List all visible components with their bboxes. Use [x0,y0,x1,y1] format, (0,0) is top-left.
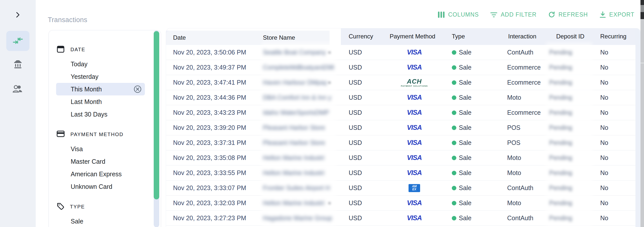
visa-logo: VISA [407,124,422,132]
cell-type: Sale [452,135,471,150]
cell-type-label: Sale [459,169,471,177]
cell-recurring: No [600,150,608,165]
cell-type-label: Sale [459,199,471,207]
column-header-payment-method[interactable]: Payment Method [390,33,435,40]
cell-type-label: Sale [459,49,471,56]
cell-payment-method: VISA [385,90,443,105]
clear-filter-icon[interactable] [133,85,142,93]
filter-item-label: Sale [71,218,83,225]
sidebar-expand-button[interactable] [0,8,36,23]
cell-recurring: No [600,196,608,210]
cell-recurring: No [600,165,608,180]
filter-section-label: DATE [70,47,85,52]
table-row[interactable]: Nov 20, 2023, 3:43:23 PMIdaho WaterSport… [166,105,635,120]
table-body: Nov 20, 2023, 3:50:06 PMSeattle Boat Com… [166,45,635,226]
cell-payment-method: VISA [385,135,443,150]
filter-item-last-month[interactable]: Last Month [56,95,145,108]
cell-payment-method: VISA [385,150,443,165]
sidebar-item-transactions[interactable] [6,31,29,51]
visa-logo: VISA [407,214,422,222]
cell-type: Sale [452,150,471,165]
filter-section-date: DATETodayYesterdayThis MonthLast MonthLa… [49,45,161,121]
columns-button-label: COLUMNS [448,11,479,18]
filter-item-today[interactable]: Today [56,58,145,70]
table-row[interactable]: Nov 20, 2023, 3:33:07 PMFrontier Suites … [166,181,635,196]
filter-scrollbar-track[interactable] [154,30,159,227]
add-filter-icon [490,11,497,18]
cell-currency: USD [349,45,362,60]
page-scrollbar-dark-segment [640,12,644,19]
cell-date: Nov 20, 2023, 3:43:23 PM [173,105,246,120]
filter-item-american-express[interactable]: American Express [56,168,145,180]
visa-logo: VISA [407,94,422,101]
filter-item-yesterday[interactable]: Yesterday [56,70,145,83]
sale-status-dot [452,110,456,115]
table-row[interactable]: Nov 20, 2023, 3:49:37 PMCompleteMdBoatya… [166,60,635,75]
column-header-deposit-id[interactable]: Deposit ID [556,33,584,40]
cell-currency: USD [349,75,362,90]
table-row[interactable]: Nov 20, 2023, 3:35:08 PMHelton Marine In… [166,150,635,165]
cell-store-name: Seattle Boat Company [263,45,331,60]
cell-recurring: No [600,120,608,135]
calendar-icon [56,45,65,54]
store-flag-icon: ▪ [329,75,332,90]
columns-button[interactable]: COLUMNS [438,11,479,18]
table-row[interactable]: Nov 20, 2023, 3:39:20 PMPleasant Harbor … [166,120,635,135]
sale-status-dot [452,216,456,220]
cell-interaction: Moto [507,196,521,210]
table-row[interactable]: Nov 20, 2023, 3:32:03 PMHelton Marine In… [166,196,635,211]
refresh-button-label: REFRESH [558,11,588,18]
ach-logo: ACHPAYMENT SOLUTIONS [401,78,428,87]
filter-item-sale[interactable]: Sale [56,215,145,227]
sale-status-dot [452,126,456,130]
cell-recurring: No [600,75,608,90]
filter-item-unknown-card[interactable]: Unknown Card [56,180,145,193]
table-row[interactable]: Nov 20, 2023, 3:27:23 PMHagadone Marine … [166,211,635,226]
column-header-interaction[interactable]: Interaction [508,33,536,40]
column-header-date[interactable]: Date [173,34,186,41]
filter-items: Sale [49,215,161,227]
filter-item-master-card[interactable]: Master Card [56,155,145,168]
page-scrollbar[interactable] [640,0,644,227]
table-row[interactable]: Nov 20, 2023, 3:33:55 PMHelton Marine In… [166,165,635,181]
sale-status-dot [452,50,456,55]
sidebar-item-bank[interactable] [0,55,36,73]
cell-store-name: CompleteMdBoatyard298 [263,60,331,75]
transactions-table: Currency Payment Method Type Interaction… [166,28,640,227]
cell-payment-method: VISA [385,196,443,210]
sidebar-item-customers[interactable] [0,81,36,98]
table-row[interactable]: Nov 20, 2023, 3:37:31 PMPleasant Harbor … [166,135,635,150]
column-header-store-name[interactable]: Store Name [263,34,295,41]
refresh-button[interactable]: REFRESH [548,11,588,18]
page-scrollbar-thumb[interactable] [640,5,644,12]
cell-interaction: POS [507,135,520,150]
sale-status-dot [452,141,456,145]
cell-type: Sale [452,211,471,225]
cell-payment-method: VISA [385,60,443,75]
export-button[interactable]: EXPORT [599,11,634,18]
filter-item-visa[interactable]: Visa [56,143,145,155]
filter-item-this-month[interactable]: This Month [56,83,145,95]
store-flag-icon: ▪ [329,45,332,60]
column-header-recurring[interactable]: Recurring [600,33,626,40]
table-row[interactable]: Nov 20, 2023, 3:50:06 PMSeattle Boat Com… [166,45,635,60]
table-row[interactable]: Nov 20, 2023, 3:44:36 PMDBA Comfort Inn … [166,90,635,105]
table-scroll-gutter[interactable] [635,28,640,227]
filter-item-last-30-days[interactable]: Last 30 Days [56,108,145,121]
filter-scrollbar-thumb[interactable] [154,31,159,199]
filter-items: TodayYesterdayThis MonthLast MonthLast 3… [49,58,161,121]
cell-type: Sale [452,196,471,210]
column-header-type[interactable]: Type [452,33,465,40]
cell-recurring: No [600,60,608,75]
filter-item-label: This Month [71,86,102,93]
visa-logo: VISA [407,169,422,177]
cell-store-name: Pleasant Harbor Store [263,135,331,150]
sale-status-dot [452,171,456,175]
cell-date: Nov 20, 2023, 3:33:55 PM [173,165,246,180]
table-row[interactable]: Nov 20, 2023, 3:47:41 PMHaven Harbour DM… [166,75,635,90]
cell-currency: USD [349,196,362,210]
add-filter-button[interactable]: ADD FILTER [490,11,536,18]
column-header-currency[interactable]: Currency [349,33,373,40]
cell-type-label: Sale [459,79,471,86]
tag-icon [56,202,64,211]
